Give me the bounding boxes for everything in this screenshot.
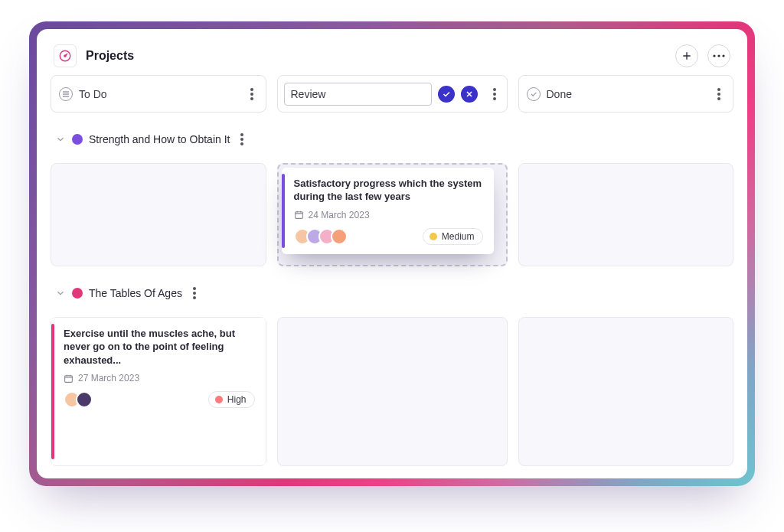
board-cell[interactable]	[51, 163, 266, 266]
board-cell[interactable]	[518, 317, 734, 466]
group-title: Strength and How to Obtain It	[89, 133, 230, 145]
column-menu-review[interactable]	[488, 88, 501, 100]
check-icon	[442, 90, 451, 99]
svg-point-3	[717, 54, 720, 57]
group-header: Strength and How to Obtain It	[51, 123, 733, 152]
check-circle-icon	[527, 87, 541, 101]
column-menu-done[interactable]	[713, 88, 725, 100]
board-cell[interactable]	[518, 163, 734, 266]
chevron-down-icon[interactable]	[55, 134, 66, 145]
more-button[interactable]	[707, 44, 730, 67]
priority-badge: Medium	[423, 228, 483, 245]
card-footer: High	[64, 391, 255, 408]
app-surface: Projects To Do	[37, 29, 747, 478]
card-date-text: 27 March 2023	[78, 373, 139, 383]
app-frame: Projects To Do	[29, 21, 755, 486]
column-title: To Do	[79, 88, 240, 100]
column-menu-todo[interactable]	[246, 88, 258, 100]
calendar-icon	[294, 210, 304, 220]
avatar-stack	[294, 228, 348, 245]
group-color-dot	[72, 134, 83, 145]
avatar	[331, 228, 348, 245]
card-date-text: 24 March 2023	[309, 210, 370, 220]
header: Projects	[51, 41, 733, 75]
card-footer: Medium	[294, 228, 483, 245]
list-icon	[59, 87, 73, 101]
plus-icon	[681, 50, 693, 62]
close-icon	[465, 90, 474, 99]
card-title: Satisfactory progress which the system d…	[294, 177, 483, 204]
svg-point-2	[713, 54, 715, 57]
group-color-dot	[72, 288, 83, 299]
svg-rect-5	[295, 212, 302, 219]
group-header: The Tables Of Ages	[51, 277, 733, 305]
board-cell[interactable]	[277, 317, 508, 466]
priority-label: High	[227, 394, 247, 405]
svg-point-4	[722, 54, 724, 57]
card-title: Exercise until the muscles ache, but nev…	[64, 327, 255, 367]
column-header-review	[277, 75, 508, 113]
priority-label: Medium	[442, 231, 475, 242]
column-title-input[interactable]	[284, 83, 432, 106]
avatar	[76, 391, 93, 408]
ellipsis-icon	[713, 54, 725, 57]
calendar-icon	[64, 374, 74, 383]
card-date: 24 March 2023	[294, 210, 483, 220]
page-title: Projects	[86, 49, 134, 63]
svg-rect-6	[65, 375, 73, 382]
add-button[interactable]	[675, 44, 698, 67]
chevron-down-icon[interactable]	[55, 288, 66, 299]
group-menu[interactable]	[236, 133, 248, 145]
app-logo	[54, 44, 77, 67]
column-header-done[interactable]: Done	[518, 75, 734, 113]
column-title: Done	[547, 88, 707, 100]
priority-dot	[215, 396, 223, 403]
priority-badge: High	[208, 391, 255, 408]
avatar-stack	[64, 391, 93, 408]
board-cell[interactable]: Exercise until the muscles ache, but nev…	[51, 317, 266, 466]
task-card[interactable]: Exercise until the muscles ache, but nev…	[51, 318, 266, 465]
group-title: The Tables Of Ages	[89, 287, 182, 299]
column-header-todo[interactable]: To Do	[51, 75, 266, 113]
card-date: 27 March 2023	[64, 373, 255, 383]
kanban-board: To Do Done	[51, 75, 733, 466]
confirm-rename-button[interactable]	[438, 86, 455, 103]
svg-point-1	[64, 55, 66, 57]
gauge-icon	[58, 49, 72, 63]
group-menu[interactable]	[188, 287, 201, 299]
task-card[interactable]: Satisfactory progress which the system d…	[282, 168, 494, 254]
board-cell-dropzone[interactable]: Satisfactory progress which the system d…	[277, 163, 508, 266]
priority-dot	[430, 233, 437, 240]
cancel-rename-button[interactable]	[461, 86, 478, 103]
